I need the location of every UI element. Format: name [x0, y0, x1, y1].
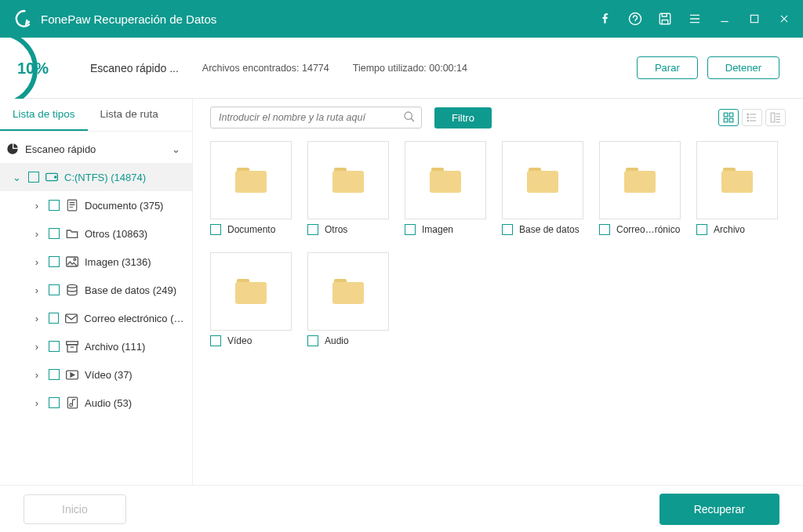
checkbox[interactable] [28, 172, 39, 183]
tree-item-label: Vídeo (37) [85, 369, 133, 381]
tree-root-quickscan[interactable]: Escaneo rápido ⌄ [0, 135, 192, 163]
tree-item-label: Audio (53) [85, 397, 132, 409]
search-input[interactable] [210, 107, 422, 128]
tree-item-correo[interactable]: › Correo electrónico (50) [0, 304, 192, 332]
tab-types[interactable]: Lista de tipos [0, 99, 88, 131]
chevron-right-icon: › [31, 397, 42, 409]
tree-item-label: Imagen (3136) [85, 256, 151, 268]
checkbox[interactable] [49, 397, 60, 408]
folder-icon [624, 168, 656, 193]
folder-card-archivo[interactable]: Archivo [696, 141, 778, 235]
view-detail-button[interactable] [765, 109, 786, 126]
checkbox[interactable] [49, 369, 60, 380]
svg-rect-16 [724, 113, 728, 117]
folder-icon [332, 279, 364, 304]
search-box [210, 107, 422, 128]
svg-rect-18 [724, 118, 728, 122]
tree-item-imagen[interactable]: › Imagen (3136) [0, 248, 192, 276]
files-found-label: Archivos encontrados: 14774 [202, 63, 329, 74]
folder-card-correo[interactable]: Correo…rónico [599, 141, 681, 235]
save-icon[interactable] [657, 11, 673, 27]
minimize-icon[interactable] [717, 11, 732, 27]
svg-rect-17 [729, 113, 733, 117]
svg-point-15 [405, 112, 412, 119]
checkbox[interactable] [307, 224, 318, 235]
folder-card-documento[interactable]: Documento [210, 141, 292, 235]
tree-item-audio[interactable]: › Audio (53) [0, 389, 192, 417]
filter-button[interactable]: Filtro [434, 107, 492, 128]
progress-arc: 10% [0, 38, 74, 99]
checkbox[interactable] [49, 228, 60, 239]
svg-point-7 [74, 259, 76, 261]
checkbox[interactable] [49, 200, 60, 211]
chevron-right-icon: › [31, 200, 42, 212]
view-grid-button[interactable] [718, 109, 739, 126]
folder-card-audio[interactable]: Audio [307, 252, 389, 346]
checkbox[interactable] [210, 224, 221, 235]
chevron-right-icon: › [31, 256, 42, 268]
search-icon[interactable] [403, 110, 416, 126]
footer: Inicio Recuperar [0, 485, 803, 532]
folder-icon [430, 168, 461, 193]
checkbox[interactable] [49, 256, 60, 267]
maximize-icon[interactable] [747, 11, 762, 27]
menu-icon[interactable] [687, 11, 703, 27]
checkbox[interactable] [210, 335, 221, 346]
checkbox[interactable] [49, 284, 60, 295]
folder-card-basedatos[interactable]: Base de datos [502, 141, 583, 235]
svg-rect-9 [66, 314, 78, 323]
tree: Escaneo rápido ⌄ ⌄ C:(NTFS) (14874) › Do… [0, 132, 192, 417]
tree-item-documento[interactable]: › Documento (375) [0, 191, 192, 219]
progress-bar: 10% Escaneo rápido ... Archivos encontra… [0, 38, 803, 99]
document-icon [66, 199, 78, 212]
folder-icon [66, 227, 78, 240]
checkbox[interactable] [307, 335, 318, 346]
audio-icon [66, 396, 78, 409]
tree-drive-c[interactable]: ⌄ C:(NTFS) (14874) [0, 163, 192, 191]
recover-button[interactable]: Recuperar [659, 494, 779, 525]
tree-item-label: Base de datos (249) [85, 284, 176, 296]
folder-card-otros[interactable]: Otros [307, 141, 389, 235]
svg-point-0 [630, 13, 641, 25]
facebook-icon[interactable] [598, 11, 613, 27]
email-icon [65, 312, 78, 324]
stop-button[interactable]: Detener [707, 56, 779, 79]
checkbox[interactable] [696, 224, 707, 235]
chevron-right-icon: › [31, 228, 42, 240]
folder-icon [235, 279, 267, 304]
home-button[interactable]: Inicio [24, 494, 126, 524]
progress-percent: 10% [17, 60, 49, 78]
folder-card-video[interactable]: Vídeo [210, 252, 292, 346]
folder-label: Documento [227, 224, 275, 235]
app-title: FonePaw Recuperación de Datos [41, 13, 216, 26]
close-icon[interactable] [776, 11, 792, 27]
checkbox[interactable] [599, 224, 610, 235]
checkbox[interactable] [405, 224, 416, 235]
svg-rect-23 [771, 113, 775, 122]
folder-grid: Documento Otros Imagen Base de datos Cor… [193, 136, 803, 351]
checkbox[interactable] [49, 341, 60, 352]
tree-item-video[interactable]: › Vídeo (37) [0, 360, 192, 389]
tree-item-otros[interactable]: › Otros (10863) [0, 219, 192, 248]
checkbox[interactable] [502, 224, 513, 235]
tab-paths[interactable]: Lista de ruta [88, 99, 171, 131]
folder-card-imagen[interactable]: Imagen [405, 141, 486, 235]
tree-item-basedatos[interactable]: › Base de datos (249) [0, 276, 192, 304]
tree-item-label: Documento (375) [85, 200, 163, 212]
chevron-right-icon: › [31, 313, 42, 324]
svg-point-20 [747, 114, 749, 115]
tree-drive-label: C:(NTFS) (14874) [64, 172, 146, 183]
svg-rect-19 [729, 118, 733, 122]
pause-button[interactable]: Parar [637, 56, 698, 79]
tree-item-label: Otros (10863) [85, 228, 147, 240]
svg-point-8 [67, 284, 77, 288]
folder-label: Audio [325, 335, 349, 346]
view-list-button[interactable] [742, 109, 762, 126]
tree-item-archivo[interactable]: › Archivo (111) [0, 332, 192, 360]
folder-label: Imagen [422, 224, 453, 235]
feedback-icon[interactable] [627, 11, 643, 27]
video-icon [66, 368, 78, 381]
folder-label: Archivo [714, 224, 745, 235]
checkbox[interactable] [49, 313, 60, 324]
content-toolbar: Filtro [193, 99, 803, 136]
